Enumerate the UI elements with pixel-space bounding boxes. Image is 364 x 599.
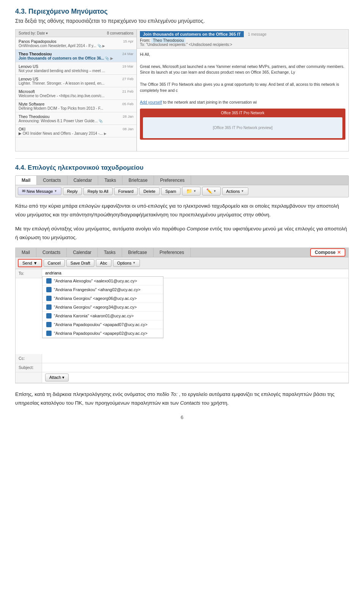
email-body-2: The Office 365 IT Pro Network also gives… [140,82,345,94]
autocomplete-item-4[interactable]: "Andriana Georgiou" <ageorg34@ucy.ac.cy> [42,303,163,312]
autocomplete-item-7[interactable]: "Andriana Papadopoulou" <apapep02@ucy.ac… [42,329,163,338]
email-item-6[interactable]: Nlyte Software05 Feb Defining Modern DCI… [16,100,136,112]
autocomplete-name-2: "Andriana Frangeskou" <afrang02@ucy.ac.c… [54,287,141,292]
autocomplete-icon-6 [46,322,52,327]
move-icon: 📁 [186,188,192,194]
to-input[interactable] [42,270,348,276]
email-item-7[interactable]: Theo Theodosiou28 Jan Announcing: Window… [16,112,136,125]
save-draft-button[interactable]: Save Draft [66,259,94,267]
body-text-2: Με την επιλογή σύνταξης νέου μηνύματος, … [15,225,349,242]
email-subject-5: Welcome to OneDrive - <https://sc.imp.li… [19,94,133,98]
email-sender-3: Lenovo US [19,64,38,69]
email-preview-panel: Join thousands of customers on the Offic… [137,30,348,151]
email-preview-title: Join thousands of customers on the Offic… [140,31,244,37]
nav-tab-mail-1[interactable]: Mail [16,176,37,185]
compose-action-bar: Send ▼ Cancel Save Draft Abc Options ▼ [16,257,348,269]
spell-check-button[interactable]: Abc [96,259,111,267]
compose-nav-tab-calendar[interactable]: Calendar [67,248,98,257]
options-button[interactable]: Options ▼ [113,259,140,267]
nav-tab-calendar-1[interactable]: Calendar [67,176,99,185]
email-sender-7: Theo Theodosiou [19,114,50,119]
toolbar-screenshot-1: Mail Contacts Calendar Tasks Briefcase P… [15,175,349,197]
email-subject-6: Defining Modern DCIM - Top Picks from 20… [19,106,133,110]
subject-input[interactable] [42,363,348,370]
options-label: Options [117,261,132,265]
to-autocomplete[interactable]: "Andriana Alexoglou" <aalexo01@ucy.ac.cy… [42,269,348,276]
compose-button[interactable]: Compose ✕ [310,248,345,257]
send-button[interactable]: Send ▼ [18,259,42,267]
autocomplete-item-5[interactable]: "Andriana Karonia" <akaron01@ucy.ac.cy> [42,312,163,320]
cancel-button[interactable]: Cancel [44,259,65,267]
email-sender-1: Panos Papadopoulos [19,39,56,44]
reply-all-button[interactable]: Reply to All [83,188,113,195]
email-date-2: 24 Mar [122,52,133,56]
body-text-2a: Με την επιλογή σύνταξης νέου μηνύματος, … [15,226,185,232]
autocomplete-icon-1 [46,278,52,284]
email-sender-6: Nlyte Software [19,102,44,106]
email-date-8: 08 Jan [122,127,133,131]
autocomplete-item-1[interactable]: "Andriana Alexoglou" <aalexo01@ucy.ac.cy… [42,277,163,285]
compose-nav-tab-briefcase[interactable]: Briefcase [122,248,154,257]
autocomplete-name-7: "Andriana Papadopoulou" <apapep02@ucy.ac… [54,331,147,336]
autocomplete-item-3[interactable]: "Andriana Georgiou" <ageorg06@ucy.ac.cy> [42,294,163,303]
reply-all-label: Reply to All [88,189,108,194]
forward-button[interactable]: Forward [114,188,138,195]
yammer-box: Office 365 IT Pro Network [Office 365 IT… [140,109,345,140]
email-item-4[interactable]: Lenovo US27 Feb Lighter. Thinner. Strong… [16,75,136,87]
spam-button[interactable]: Spam [161,188,180,195]
email-item-1[interactable]: Panos Papadopoulos15 Apr OnWindows.com N… [16,37,136,50]
section-43-subtext: Στα δεξιά της οθόνης παρουσιάζεται το πε… [15,18,349,24]
tag-button[interactable]: ✏️ ▼ [202,187,221,195]
autocomplete-name-6: "Andriana Papadopoulou" <apapad07@ucy.ac… [54,322,147,327]
email-date-7: 28 Jan [122,114,133,118]
nav-tab-tasks-1[interactable]: Tasks [98,176,122,185]
new-message-button[interactable]: ✉ New Message ▼ [18,187,61,195]
compose-nav-tab-preferences[interactable]: Preferences [154,248,191,257]
autocomplete-icon-2 [46,287,52,292]
compose-nav-tab-contacts[interactable]: Contacts [36,248,67,257]
email-item-5[interactable]: Microsoft21 Feb Welcome to OneDrive - <h… [16,87,136,100]
delete-button[interactable]: Delete [139,188,160,195]
email-item-8[interactable]: OKI08 Jan ▶ OKI Insider News and Offers … [16,125,136,137]
compose-nav-tab-mail[interactable]: Mail [16,248,36,257]
spam-label: Spam [165,189,176,194]
email-subject-2: Join thousands of customers on the Offic… [19,56,133,60]
cc-input[interactable] [42,354,348,361]
actions-arrow: ▼ [241,189,244,193]
autocomplete-name-3: "Andriana Georgiou" <ageorg06@ucy.ac.cy> [54,296,137,301]
email-subject-4: Lighter. Thinner. Stronger. - A lesson i… [19,81,133,85]
email-item-3[interactable]: Lenovo US19 Mar Not your standard bendin… [16,62,136,75]
attach-label-text: Attach ▾ [49,375,64,380]
nav-tab-briefcase-1[interactable]: Briefcase [122,176,154,185]
autocomplete-item-6[interactable]: "Andriana Papadopoulou" <apapad07@ucy.ac… [42,320,163,329]
compose-close-icon[interactable]: ✕ [337,250,341,255]
email-date-6: 05 Feb [122,102,133,106]
email-body-3: Add yourself to the network and start jo… [140,99,345,106]
email-subject-1: OnWindows.com Newsletter, April 2014 - I… [19,44,133,48]
spell-icon: Abc [100,261,107,265]
yammer-inner: [Office 365 IT Pro Network preview] [143,117,342,138]
email-list-panel: Sorted by: Date ▾ 8 conversations Panos … [16,30,137,151]
action-bar-1: ✉ New Message ▼ Reply Reply to All Forwa… [16,185,348,197]
autocomplete-item-2[interactable]: "Andriana Frangeskou" <afrang02@ucy.ac.c… [42,285,163,294]
actions-button[interactable]: Actions ▼ [222,188,248,195]
email-body-3-text: to the network and start joining in the … [163,100,257,104]
email-from-row: From: Theo Theodosiou [140,38,345,43]
to-field-ref: To: [171,391,177,397]
nav-tab-contacts-1[interactable]: Contacts [37,176,67,185]
email-to-row: To: "Undisclosed recipients:" <Undisclos… [140,43,345,47]
yammer-inner-text: [Office 365 IT Pro Network preview] [213,125,272,131]
sort-label: Sorted by: Date ▾ [19,31,48,35]
reply-button[interactable]: Reply [63,188,82,195]
autocomplete-list: "Andriana Alexoglou" <aalexo01@ucy.ac.cy… [42,276,163,338]
nav-tab-preferences-1[interactable]: Preferences [154,176,191,185]
email-date-1: 15 Apr [123,39,133,43]
email-message-count: 1 message [248,32,267,36]
email-item-2[interactable]: Theo Theodosiou24 Mar Join thousands of … [16,50,136,62]
move-button[interactable]: 📁 ▼ [182,187,201,195]
attach-button[interactable]: Attach ▾ [45,374,69,381]
add-yourself-link[interactable]: Add yourself [140,100,162,104]
cc-label: Cc: [16,354,42,363]
page-number: 6 [15,415,349,420]
compose-nav-tab-tasks[interactable]: Tasks [98,248,122,257]
